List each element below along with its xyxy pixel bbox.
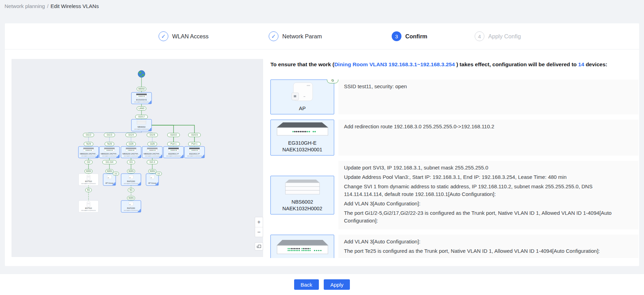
svg-text:Gi1/4: Gi1/4 [128, 134, 134, 136]
internet-icon [138, 70, 145, 77]
device-list: 6 APSSID test11, security: open EG310GH-… [270, 80, 638, 258]
svg-text:Gi2-3: Gi2-3 [150, 161, 155, 163]
breadcrumb: Network planning/Edit Wireless VLANs [5, 3, 99, 9]
step-number: 4 [475, 31, 484, 41]
svg-text:2/2: 2/2 [115, 173, 117, 175]
svg-text:Gi2/17: Gi2/17 [138, 115, 145, 118]
svg-text:SN:NAEK1032H0010: SN:NAEK1032H0010 [124, 210, 139, 211]
device-count-link[interactable]: 14 [578, 61, 584, 67]
header-text: ) takes effect, configuration will be de… [455, 61, 578, 67]
svg-text:Gi1/3: Gi1/3 [107, 134, 112, 136]
svg-text:SN:NAEK1032H0001: SN:NAEK1032H0001 [134, 101, 149, 103]
gateway-device-icon [276, 122, 329, 139]
step-network-param: ✓ Network Param [269, 31, 322, 41]
svg-text:WAN0: WAN0 [138, 88, 145, 90]
fit-view-icon [256, 244, 261, 249]
device-card: EG310GH-ENAEK1032H0001 [270, 120, 334, 156]
topology-node[interactable]: NBS5200-24GT4X...SN:NAEK1032H0003 [78, 146, 99, 158]
svg-text:LAN0: LAN0 [139, 107, 145, 109]
svg-text:SN:NAEK1032H0007: SN:NAEK1032H0007 [166, 155, 181, 157]
confirm-header: To ensure that the work (Dining Room VLA… [270, 61, 638, 68]
topology-node[interactable]: AP Group2/2 [103, 172, 119, 186]
step-check-icon: ✓ [159, 31, 168, 41]
svg-text:Te25: Te25 [86, 143, 91, 145]
device-card: NBS6002NAEK1032H0002 [270, 176, 334, 214]
config-line: Add VLAN 3[Auto Configuration]: [344, 200, 633, 207]
step-check-icon: ✓ [269, 31, 278, 41]
ap-device-icon [291, 82, 314, 104]
step-label: Apply Config [488, 33, 521, 40]
svg-text:NBS5200-24GT4X...: NBS5200-24GT4X... [101, 153, 118, 155]
fit-view-button[interactable] [255, 242, 263, 250]
svg-text:5G: 5G [130, 189, 133, 191]
zoom-out-button[interactable]: − [255, 227, 263, 237]
device-name: NBS5200-24GT4XS [279, 258, 325, 258]
svg-text:EST310: EST310 [85, 180, 92, 182]
svg-text:SN:NAEK1032H0008: SN:NAEK1032H0008 [187, 155, 202, 157]
apply-button[interactable]: Apply [324, 279, 350, 290]
vlan-link[interactable]: Dining Room VLAN3 192.168.3.1~192.168.3.… [334, 61, 455, 67]
back-button[interactable]: Back [294, 279, 319, 290]
step-confirm: 3 Confirm [392, 31, 427, 41]
svg-text:RAP2260: RAP2260 [127, 207, 135, 209]
zoom-in-button[interactable]: + [255, 217, 263, 227]
svg-text:AP Group: AP Group [148, 182, 156, 184]
svg-text:WAN: WAN [129, 197, 134, 199]
svg-text:SN:NAEK1032H0006: SN:NAEK1032H0006 [145, 155, 160, 157]
topology-node[interactable]: RAP2260SN:NAEK1032H0010 [121, 201, 141, 212]
topology-node[interactable]: ES209GC-PSN:NAEK1032H0007 [163, 146, 184, 158]
breadcrumb-current: Edit Wireless VLANs [51, 3, 99, 9]
topology-node[interactable]: EST310SN:NAEK1032H0016 [79, 201, 99, 212]
svg-text:WAN: WAN [86, 170, 91, 172]
breadcrumb-separator: / [47, 3, 48, 9]
device-card: 6 AP [270, 80, 334, 114]
svg-text:NBS5200-24GT4X...: NBS5200-24GT4X... [144, 153, 161, 155]
config-line: SSID test11, security: open [344, 83, 633, 90]
config-line: Add VLAN 3[Auto Configuration]: [344, 238, 633, 245]
topology-node[interactable]: NBS5200-24GT4X...SN:NAEK1032H0005 [121, 146, 141, 158]
wizard-stepper: ✓ WLAN Access ✓ Network Param 3 Confirm … [5, 23, 639, 50]
device-config-text: Add VLAN 3[Auto Configuration]:The port … [338, 235, 638, 258]
step-apply-config: 4 Apply Config [475, 31, 521, 41]
svg-text:WAN: WAN [107, 170, 112, 172]
svg-text:SN:NAEK1032H0009: SN:NAEK1032H0009 [124, 183, 139, 184]
topology-node[interactable]: AP Group2/2 [146, 172, 162, 186]
config-line: Update Address Pool Vlan3:, Start IP: 19… [344, 173, 633, 181]
svg-text:RAP2260: RAP2260 [127, 180, 135, 182]
svg-text:Te25: Te25 [107, 143, 112, 145]
config-line: Update port SVI3, IP 192.168.3.1, subnet… [344, 164, 633, 172]
svg-text:SN:NAEK1032H0002: SN:NAEK1032H0002 [134, 128, 149, 130]
device-row: 6 APSSID test11, security: open [270, 80, 638, 114]
breadcrumb-parent[interactable]: Network planning [5, 3, 45, 9]
svg-text:NBS5200-24GT4X...: NBS5200-24GT4X... [122, 153, 139, 155]
svg-text:Gi2: Gi2 [87, 161, 91, 163]
step-number: 3 [392, 31, 401, 41]
config-line: Add redirection route 192.168.3.0 255.25… [344, 123, 633, 130]
svg-text:NBS5200-24GT4X...: NBS5200-24GT4X... [80, 153, 97, 155]
topology-canvas[interactable]: WAN0EG310GH-ESN:NAEK1032H0001LAN0Gi2/17N… [12, 59, 263, 257]
config-line: The port Gi1/2-5,Gi2/17,Gi2/22-23 is con… [344, 209, 633, 225]
step-wlan-access: ✓ WLAN Access [159, 31, 209, 41]
topology-node[interactable]: NBS6002SN:NAEK1032H0002 [131, 119, 152, 131]
device-config-text: Add redirection route 192.168.3.0 255.25… [338, 120, 638, 156]
topology-node[interactable]: RAP2260SN:NAEK1032H0009 [121, 174, 141, 186]
topology-node[interactable]: EG310GH-ESN:NAEK1032H0001 [131, 92, 152, 104]
device-serial: NAEK1032H0001 [282, 146, 322, 153]
topology-node[interactable]: NBS5200-24GT4X...SN:NAEK1032H0006 [142, 146, 162, 158]
svg-text:Port 1: Port 1 [170, 143, 177, 145]
device-count-badge: 6 [327, 80, 338, 83]
svg-text:Gi1/5: Gi1/5 [150, 134, 155, 136]
footer-bar: Back Apply [0, 274, 644, 295]
topology-node[interactable]: ES216GC-PSN:NAEK1032H0008 [184, 146, 205, 158]
device-serial: NAEK1032H0002 [282, 205, 322, 212]
device-row: NBS5200-24GT4XSAdd VLAN 3[Auto Configura… [270, 235, 638, 258]
svg-text:SN:NAEK1032H0016: SN:NAEK1032H0016 [81, 210, 96, 211]
step-label: WLAN Access [172, 33, 209, 40]
svg-text:EG310GH-E: EG310GH-E [136, 99, 147, 101]
topology-node[interactable]: EST310SN:NAEK1032H0015 [79, 174, 99, 186]
svg-text:Gi1: Gi1 [129, 161, 133, 163]
topology-node[interactable]: NBS5200-24GT4X...SN:NAEK1032H0004 [99, 146, 120, 158]
svg-text:Gi2/23: Gi2/23 [191, 134, 198, 136]
device-name: NBS6002 [291, 199, 313, 205]
svg-text:Port 1: Port 1 [191, 143, 198, 145]
